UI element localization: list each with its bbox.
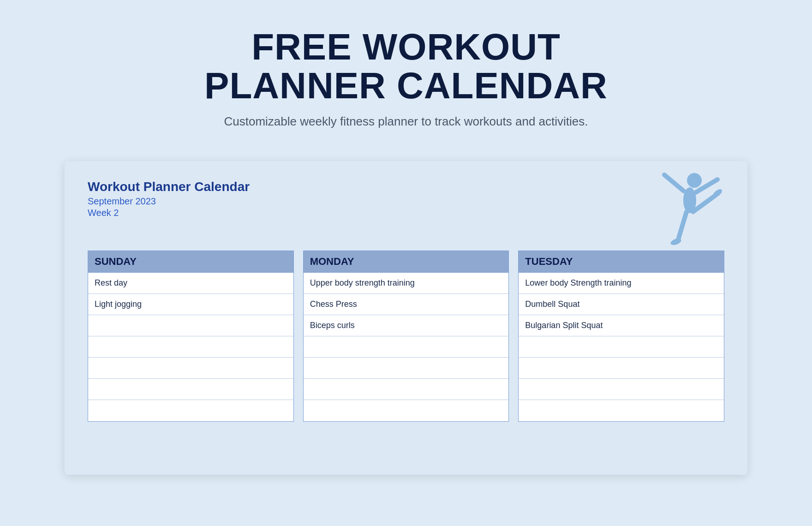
day-row bbox=[88, 315, 293, 336]
day-row-text: Chess Press bbox=[310, 299, 357, 309]
calendar-title: Workout Planner Calendar bbox=[88, 179, 724, 194]
day-name-sunday: SUNDAY bbox=[95, 256, 137, 267]
calendar-meta: Workout Planner Calendar September 2023 … bbox=[88, 179, 724, 218]
page-header: FREE WORKOUTPLANNER CALENDAR Customizabl… bbox=[0, 0, 812, 143]
day-row: Lower body Strength training bbox=[519, 273, 724, 294]
svg-line-4 bbox=[678, 212, 687, 239]
day-header-monday: MONDAY bbox=[304, 251, 509, 273]
calendar-card: Workout Planner Calendar September 2023 … bbox=[65, 161, 747, 475]
calendar-week: Week 2 bbox=[88, 208, 724, 218]
day-row bbox=[519, 379, 724, 400]
day-row: Upper body strength training bbox=[304, 273, 509, 294]
day-column-tuesday: TUESDAYLower body Strength trainingDumbe… bbox=[518, 251, 724, 422]
svg-line-6 bbox=[693, 196, 715, 212]
day-row bbox=[304, 336, 509, 358]
day-row: Biceps curls bbox=[304, 315, 509, 336]
day-row bbox=[304, 379, 509, 400]
day-column-monday: MONDAYUpper body strength trainingChess … bbox=[303, 251, 509, 422]
day-column-sunday: SUNDAYRest dayLight jogging bbox=[88, 251, 294, 422]
day-row bbox=[304, 400, 509, 421]
day-row-text: Light jogging bbox=[95, 299, 142, 309]
day-row-text: Biceps curls bbox=[310, 321, 355, 330]
svg-line-2 bbox=[664, 175, 684, 191]
gymnast-figure bbox=[646, 170, 729, 267]
day-row: Light jogging bbox=[88, 294, 293, 315]
day-row-text: Bulgarian Split Squat bbox=[525, 321, 603, 330]
days-grid: SUNDAYRest dayLight joggingMONDAYUpper b… bbox=[88, 251, 724, 422]
day-row bbox=[519, 400, 724, 421]
day-row bbox=[519, 358, 724, 379]
day-header-sunday: SUNDAY bbox=[88, 251, 293, 273]
subtitle: Customizable weekly fitness planner to t… bbox=[224, 114, 588, 129]
calendar-month: September 2023 bbox=[88, 196, 724, 207]
svg-point-0 bbox=[687, 173, 702, 188]
day-row bbox=[88, 400, 293, 421]
day-row bbox=[88, 336, 293, 358]
day-name-tuesday: TUESDAY bbox=[525, 256, 573, 267]
day-name-monday: MONDAY bbox=[310, 256, 354, 267]
day-row-text: Upper body strength training bbox=[310, 278, 415, 288]
day-row: Rest day bbox=[88, 273, 293, 294]
day-row: Chess Press bbox=[304, 294, 509, 315]
day-row bbox=[88, 379, 293, 400]
day-row bbox=[519, 336, 724, 358]
day-row-text: Lower body Strength training bbox=[525, 278, 631, 288]
day-row-text: Rest day bbox=[95, 278, 127, 288]
day-row bbox=[88, 358, 293, 379]
main-title: FREE WORKOUTPLANNER CALENDAR bbox=[204, 28, 608, 105]
day-row-text: Dumbell Squat bbox=[525, 299, 579, 309]
day-row: Dumbell Squat bbox=[519, 294, 724, 315]
day-row: Bulgarian Split Squat bbox=[519, 315, 724, 336]
day-row bbox=[304, 358, 509, 379]
